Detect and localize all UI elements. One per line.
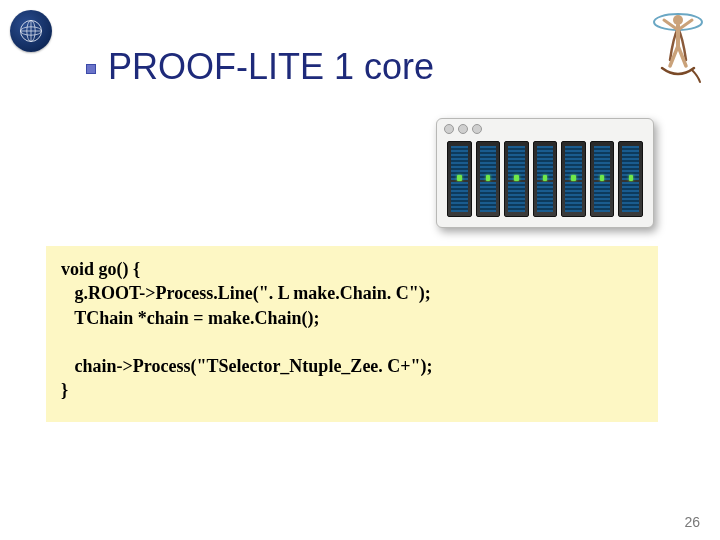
window-traffic-lights-icon [444,124,482,134]
server-row [447,141,643,217]
figure-icon [648,6,708,84]
server-unit [476,141,501,217]
server-rack-image [436,118,654,228]
server-unit [590,141,615,217]
title-bullet-icon [86,64,96,74]
server-unit [618,141,643,217]
slide-title: PROOF-LITE 1 core [108,46,434,88]
code-line: g.ROOT->Process.Line(". L make.Chain. C"… [61,283,431,303]
server-unit [561,141,586,217]
code-line: } [61,380,68,400]
server-unit [447,141,472,217]
code-line: void go() { [61,259,140,279]
atlas-figure-logo [648,6,708,84]
server-unit [533,141,558,217]
code-line: chain->Process("TSelector_Ntuple_Zee. C+… [61,356,433,376]
code-block: void go() { g.ROOT->Process.Line(". L ma… [46,246,658,422]
server-unit [504,141,529,217]
page-number: 26 [684,514,700,530]
org-logo-left [10,10,52,52]
code-line: TChain *chain = make.Chain(); [61,308,319,328]
globe-icon [17,17,45,45]
